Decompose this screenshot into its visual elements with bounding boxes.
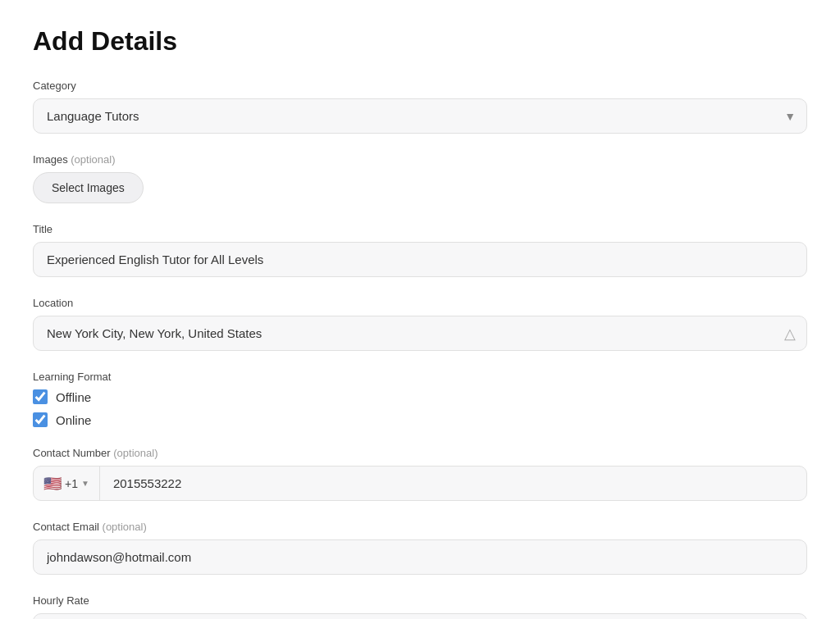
select-images-button[interactable]: Select Images (33, 172, 144, 203)
online-checkbox[interactable] (33, 412, 48, 427)
contact-email-label: Contact Email (optional) (33, 521, 807, 533)
category-select-wrapper: Language TutorsMath TutorsScience Tutors… (33, 98, 807, 134)
offline-checkbox-item[interactable]: Offline (33, 389, 807, 404)
location-label: Location (33, 297, 807, 309)
country-code: +1 (65, 477, 78, 490)
online-label: Online (56, 413, 91, 427)
phone-input-wrapper: 🇺🇸 +1 ▼ (33, 466, 807, 501)
learning-format-checkboxes: Offline Online (33, 389, 807, 427)
hourly-rate-group: Hourly Rate (33, 594, 807, 619)
contact-email-group: Contact Email (optional) (33, 521, 807, 575)
category-label: Category (33, 80, 807, 92)
category-select[interactable]: Language TutorsMath TutorsScience Tutors… (33, 98, 807, 134)
learning-format-label: Learning Format (33, 371, 807, 383)
location-group: Location △ (33, 297, 807, 351)
hourly-rate-label: Hourly Rate (33, 594, 807, 607)
chevron-down-icon: ▼ (81, 479, 89, 488)
country-code-selector[interactable]: 🇺🇸 +1 ▼ (34, 467, 100, 500)
contact-email-input[interactable] (33, 539, 807, 575)
page-title: Add Details (33, 26, 807, 57)
images-label: Images (optional) (33, 153, 807, 166)
title-input[interactable] (33, 242, 807, 277)
category-group: Category Language TutorsMath TutorsScien… (33, 80, 807, 134)
title-label: Title (33, 223, 807, 235)
offline-label: Offline (56, 390, 91, 404)
offline-checkbox[interactable] (33, 389, 48, 404)
location-input-wrapper: △ (33, 316, 807, 351)
hourly-rate-input[interactable] (33, 613, 807, 619)
phone-number-input[interactable] (100, 467, 806, 500)
images-group: Images (optional) Select Images (33, 153, 807, 203)
learning-format-group: Learning Format Offline Online (33, 371, 807, 427)
location-input[interactable] (33, 316, 807, 351)
contact-number-label: Contact Number (optional) (33, 447, 807, 459)
online-checkbox-item[interactable]: Online (33, 412, 807, 427)
contact-number-group: Contact Number (optional) 🇺🇸 +1 ▼ (33, 447, 807, 501)
title-group: Title (33, 223, 807, 277)
flag-icon: 🇺🇸 (43, 475, 62, 493)
